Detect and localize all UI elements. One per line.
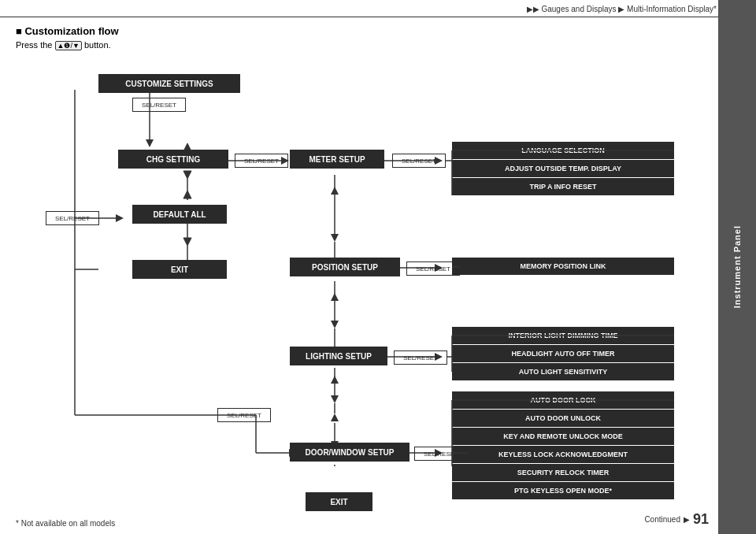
lighting-setup-box: LIGHTING SETUP — [290, 347, 387, 365]
sel-reset-2-box: SEL/RESET — [235, 154, 288, 168]
sel-reset-1-box: SEL/RESET — [132, 98, 186, 112]
door-window-setup-box: DOOR/WINDOW SETUP — [290, 443, 410, 462]
right-item-11: SECURITY RELOCK TIMER — [452, 464, 674, 481]
page-number: 91 — [693, 511, 709, 528]
sidebar: Instrument Panel — [718, 0, 756, 534]
right-item-5: HEADLIGHT AUTO OFF TIMER — [452, 345, 674, 362]
sel-reset-5-box: SEL/RESET — [394, 350, 447, 365]
default-all-box: DEFAULT ALL — [132, 205, 227, 224]
svg-marker-7 — [183, 171, 191, 179]
sel-reset-6-box: SEL/RESET — [217, 408, 271, 422]
button-icon: ▲❶/▼ — [55, 41, 82, 50]
subtitle-prefix: Press the — [16, 40, 55, 50]
exit-bottom-box: EXIT — [306, 492, 372, 511]
main-content: ■ Customization flow Press the ▲❶/▼ butt… — [0, 17, 756, 474]
footer-note-text: * Not available on all models — [16, 519, 115, 528]
right-item-8: AUTO DOOR UNLOCK — [452, 410, 674, 427]
svg-marker-18 — [331, 187, 339, 195]
right-item-6: AUTO LIGHT SENSITIVITY — [452, 363, 674, 380]
sel-reset-3-box: SEL/RESET — [392, 154, 446, 168]
svg-marker-10 — [183, 191, 191, 198]
position-setup-box: POSITION SETUP — [290, 258, 400, 276]
right-item-1: ADJUST OUTSIDE TEMP. DISPLAY — [452, 160, 674, 177]
svg-marker-11 — [183, 238, 191, 246]
continued-text: Continued — [644, 515, 680, 524]
right-item-0: LANGUAGE SELECTION — [452, 142, 674, 159]
right-item-3: MEMORY POSITION LINK — [452, 258, 674, 275]
continued-arrow: ▶ — [684, 515, 690, 524]
svg-marker-34 — [331, 413, 339, 421]
footer-note: * Not available on all models — [16, 519, 115, 528]
subtitle-suffix: button. — [84, 40, 111, 50]
header: ▶▶ Gauges and Displays ▶ Multi-Informati… — [0, 0, 756, 17]
customize-settings-box: CUSTOMIZE SETTINGS — [98, 74, 240, 93]
exit-top-box: EXIT — [132, 260, 227, 279]
sidebar-label: Instrument Panel — [732, 225, 742, 308]
right-item-9: KEY AND REMOTE UNLOCK MODE — [452, 428, 674, 445]
svg-marker-23 — [331, 321, 339, 328]
right-item-2: TRIP A INFO RESET — [452, 178, 674, 195]
right-item-10: KEYLESS LOCK ACKNOWLEDGMENT — [452, 446, 674, 463]
sel-reset-left-box: SEL/RESET — [46, 211, 99, 225]
footer-right: Continued ▶ 91 — [644, 511, 709, 528]
right-item-7: AUTO DOOR LOCK — [452, 391, 674, 409]
svg-marker-29 — [331, 395, 339, 403]
svg-marker-14 — [116, 214, 124, 222]
meter-setup-box: METER SETUP — [290, 150, 384, 169]
right-item-4: INTERIOR LIGHT DIMMING TIME — [452, 327, 674, 344]
svg-marker-28 — [331, 376, 339, 384]
flow-diagram: CUSTOMIZE SETTINGS SEL/RESET CHG SETTING… — [16, 57, 701, 466]
right-item-12: PTG KEYLESS OPEN MODE* — [452, 482, 674, 499]
section-subtitle: Press the ▲❶/▼ button. — [16, 40, 709, 50]
chg-setting-box: CHG SETTING — [118, 150, 228, 169]
breadcrumb: ▶▶ Gauges and Displays ▶ Multi-Informati… — [527, 5, 717, 13]
svg-marker-3 — [146, 139, 154, 147]
svg-marker-22 — [331, 293, 339, 301]
svg-marker-19 — [331, 234, 339, 242]
section-title: ■ Customization flow — [16, 25, 709, 37]
